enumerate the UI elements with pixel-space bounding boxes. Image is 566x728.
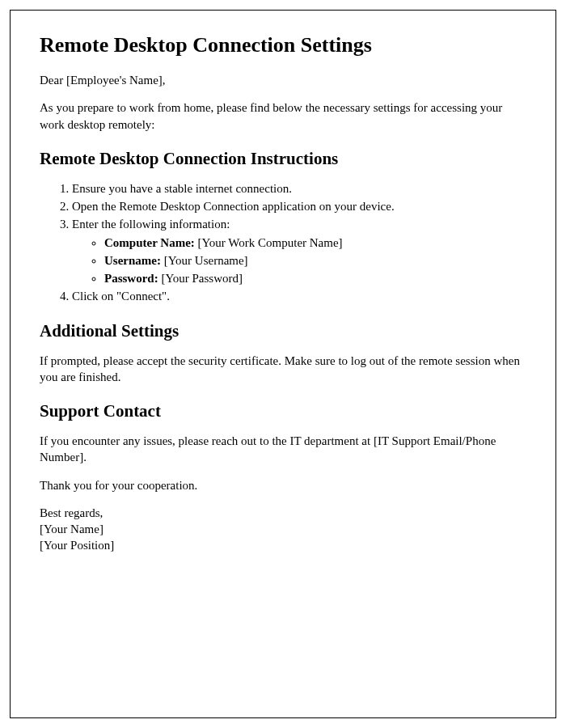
field-username: Username: [Your Username] [104,252,526,269]
signature-block: Best regards, [Your Name] [Your Position… [40,505,526,554]
instruction-step-3: Enter the following information: Compute… [72,216,526,286]
instruction-step-1: Ensure you have a stable internet connec… [72,180,526,197]
additional-settings-heading: Additional Settings [40,321,526,341]
computer-name-value: [Your Work Computer Name] [195,236,343,249]
field-computer-name: Computer Name: [Your Work Computer Name] [104,235,526,251]
support-contact-heading: Support Contact [40,401,526,421]
computer-name-label: Computer Name: [104,236,195,249]
password-label: Password: [104,272,158,285]
salutation: Dear [Employee's Name], [40,72,526,88]
password-value: [Your Password] [158,272,243,285]
document-page: Remote Desktop Connection Settings Dear … [10,10,556,718]
additional-settings-text: If prompted, please accept the security … [40,353,526,386]
username-value: [Your Username] [161,254,248,267]
instruction-step-3-text: Enter the following information: [72,218,230,231]
support-contact-text: If you encounter any issues, please reac… [40,433,526,466]
intro-paragraph: As you prepare to work from home, please… [40,99,526,133]
instruction-step-4: Click on "Connect". [72,288,526,304]
connection-fields-list: Computer Name: [Your Work Computer Name]… [72,235,526,287]
signature-name: [Your Name] [40,521,526,537]
signature-position: [Your Position] [40,537,526,553]
signature-regards: Best regards, [40,505,526,521]
field-password: Password: [Your Password] [104,270,526,286]
page-title: Remote Desktop Connection Settings [40,33,526,57]
username-label: Username: [104,254,161,267]
instructions-heading: Remote Desktop Connection Instructions [40,149,526,169]
instructions-list: Ensure you have a stable internet connec… [40,180,526,305]
instruction-step-2: Open the Remote Desktop Connection appli… [72,198,526,214]
closing-thanks: Thank you for your cooperation. [40,477,526,493]
